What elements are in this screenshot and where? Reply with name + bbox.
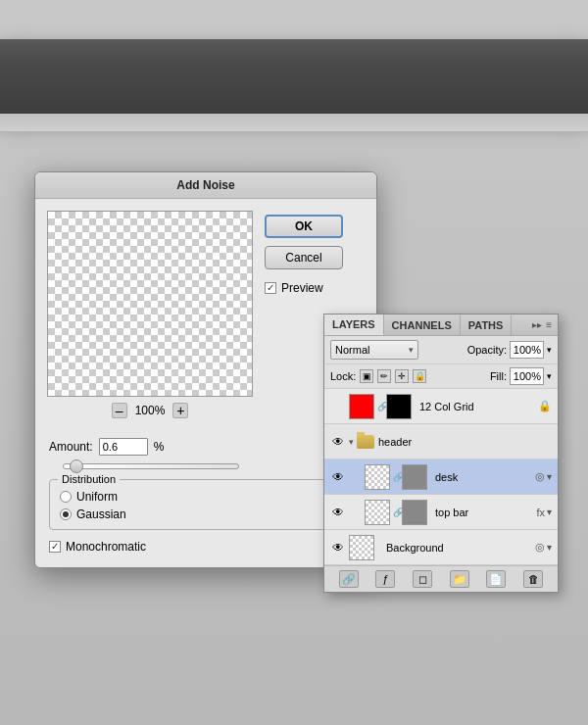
layers-lock-row: Lock: ▣ ✏ ✛ 🔒 Fill: ▾ xyxy=(324,364,558,389)
layers-panel: LAYERS CHANNELS PATHS ▸▸ ≡ Normal ▾ Opac… xyxy=(323,314,559,593)
preview-checkbox[interactable] xyxy=(265,282,276,294)
preview-checkbox-row: Preview xyxy=(265,281,365,295)
panel-menu-icon[interactable]: ≡ xyxy=(546,319,552,330)
folder-icon-header xyxy=(357,435,374,449)
layer-name-header: header xyxy=(378,436,552,448)
layer-badge-top-bar: fx xyxy=(536,507,545,518)
layer-item-header[interactable]: 👁 ▾ header xyxy=(324,424,558,459)
lock-label: Lock: xyxy=(330,370,356,382)
layer-item-top-bar[interactable]: 👁 🔗 top bar fx ▾ xyxy=(324,495,558,530)
cancel-button[interactable]: Cancel xyxy=(265,246,343,269)
tab-layers[interactable]: LAYERS xyxy=(324,314,384,335)
thumbnail-desk-mask xyxy=(402,464,427,490)
uniform-radio-row: Uniform xyxy=(60,490,352,504)
layer-item-12-col-grid[interactable]: 🔗 12 Col Grid 🔒 xyxy=(324,389,558,424)
eye-icon-12-col-grid[interactable] xyxy=(330,399,346,414)
amount-slider-thumb[interactable] xyxy=(70,459,83,473)
thumbnail-top-bar xyxy=(365,500,390,525)
ok-button[interactable]: OK xyxy=(265,215,343,238)
layer-badge-desk: ◎ xyxy=(535,470,545,483)
amount-input[interactable] xyxy=(99,438,148,456)
lock-all-icon[interactable]: 🔒 xyxy=(413,369,426,383)
link-icon-desk: 🔗 xyxy=(394,469,402,485)
amount-unit: % xyxy=(154,440,165,454)
desk-arrow: ▾ xyxy=(547,471,552,482)
layer-name-12-col-grid: 12 Col Grid xyxy=(419,401,538,412)
layer-item-background[interactable]: 👁 Background ◎ ▾ xyxy=(324,530,558,565)
monochromatic-checkbox[interactable] xyxy=(49,541,61,553)
distribution-group: Distribution Uniform Gaussian xyxy=(49,479,363,530)
eye-icon-desk[interactable]: 👁 xyxy=(330,469,346,485)
uniform-label: Uniform xyxy=(76,490,118,504)
layer-name-top-bar: top bar xyxy=(435,507,536,518)
fill-input[interactable] xyxy=(510,367,544,385)
top-shelf xyxy=(0,39,588,118)
monochromatic-label: Monochromatic xyxy=(66,540,146,554)
link-layers-button[interactable]: 🔗 xyxy=(339,570,359,588)
preview-area: – 100% + xyxy=(47,211,253,418)
uniform-radio[interactable] xyxy=(60,491,72,503)
layer-name-desk: desk xyxy=(435,471,535,483)
opacity-label: Opacity: xyxy=(467,344,507,356)
eye-icon-background[interactable]: 👁 xyxy=(330,540,346,556)
layer-badge-background: ◎ xyxy=(535,541,545,554)
link-icon-12-col-grid: 🔗 xyxy=(378,399,386,414)
zoom-value: 100% xyxy=(135,404,166,417)
dialog-titlebar: Add Noise xyxy=(35,172,376,199)
top-bar-arrow: ▾ xyxy=(547,507,552,517)
amount-slider-track[interactable] xyxy=(63,463,239,469)
layers-bottom-toolbar: 🔗 ƒ ◻ 📁 📄 🗑 xyxy=(324,565,558,592)
lock-position-icon[interactable]: ✛ xyxy=(395,369,409,383)
slider-row xyxy=(49,463,363,469)
gaussian-label: Gaussian xyxy=(76,508,126,521)
tab-channels[interactable]: CHANNELS xyxy=(384,315,461,335)
blend-mode-select[interactable]: Normal ▾ xyxy=(330,340,418,360)
opacity-row: Opacity: ▾ xyxy=(467,341,552,359)
thumbnail-12-col-grid xyxy=(349,394,374,419)
preview-label: Preview xyxy=(281,281,323,295)
new-layer-button[interactable]: 📄 xyxy=(486,570,506,588)
thumbnail-desk xyxy=(365,464,390,490)
thumbnail-12-col-grid-mask xyxy=(386,394,412,419)
layer-lock-badge-12-col-grid: 🔒 xyxy=(538,400,552,412)
layer-name-background: Background xyxy=(386,542,535,554)
delete-layer-button[interactable]: 🗑 xyxy=(523,570,543,588)
link-icon-top-bar: 🔗 xyxy=(394,505,402,520)
expand-icon[interactable]: ▸▸ xyxy=(532,319,542,330)
mode-label: Normal xyxy=(335,344,369,356)
lock-transparent-icon[interactable]: ▣ xyxy=(360,369,373,383)
tab-paths[interactable]: PATHS xyxy=(461,315,513,335)
layers-tabs: LAYERS CHANNELS PATHS ▸▸ ≡ xyxy=(324,314,558,336)
fill-row: Fill: ▾ xyxy=(490,367,552,385)
fill-stepper[interactable]: ▾ xyxy=(547,371,552,381)
add-mask-button[interactable]: ◻ xyxy=(413,570,432,588)
preview-canvas xyxy=(47,211,253,397)
zoom-in-button[interactable]: + xyxy=(172,403,188,418)
thumbnail-background xyxy=(349,535,374,560)
monochromatic-row: Monochromatic xyxy=(49,540,363,554)
mode-arrow-icon: ▾ xyxy=(409,345,414,355)
distribution-legend: Distribution xyxy=(58,473,120,485)
fill-label: Fill: xyxy=(490,370,507,382)
eye-icon-top-bar[interactable]: 👁 xyxy=(330,505,346,520)
lock-brush-icon[interactable]: ✏ xyxy=(377,369,391,383)
dialog-title: Add Noise xyxy=(176,178,234,192)
gaussian-radio[interactable] xyxy=(60,508,72,520)
new-group-button[interactable]: 📁 xyxy=(450,570,469,588)
add-style-button[interactable]: ƒ xyxy=(375,570,395,588)
zoom-out-button[interactable]: – xyxy=(112,403,127,418)
eye-icon-header[interactable]: 👁 xyxy=(330,434,346,450)
amount-label: Amount: xyxy=(49,440,93,454)
layers-controls: Normal ▾ Opacity: ▾ xyxy=(324,336,558,364)
layer-item-desk[interactable]: 👁 🔗 desk ◎ ▾ xyxy=(324,459,558,495)
opacity-input[interactable] xyxy=(510,341,544,359)
group-arrow-header[interactable]: ▾ xyxy=(349,437,354,447)
gaussian-radio-row: Gaussian xyxy=(60,508,352,521)
thumbnail-top-bar-mask xyxy=(402,500,427,525)
opacity-stepper[interactable]: ▾ xyxy=(547,345,552,355)
background-arrow: ▾ xyxy=(547,542,552,553)
